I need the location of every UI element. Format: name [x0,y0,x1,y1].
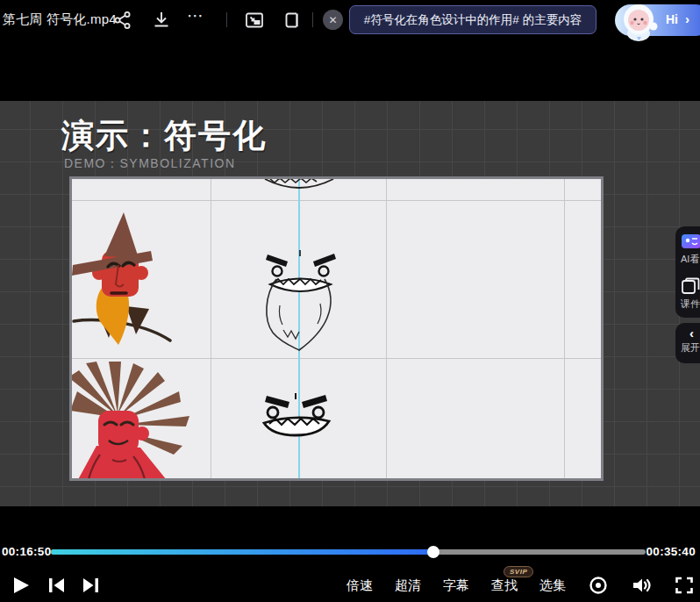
progress-row: 00:16:50 00:35:40 [0,541,700,563]
whiteboard-canvas [69,176,604,481]
expand-label: 展开 [681,341,700,355]
fullscreen-icon[interactable] [674,575,695,596]
chevron-right-icon: › [685,11,689,26]
canvas-grid-line [564,179,565,478]
assistant-mascot-icon [618,0,663,42]
wild-hair-character-drawing [69,362,198,481]
ai-assistant-button[interactable]: Hi › [615,4,700,36]
seek-handle[interactable] [427,546,439,558]
current-time: 00:16:50 [2,545,51,558]
video-file-title: 第七周 符号化.mp4 [3,11,117,28]
video-player-window: 第七周 符号化.mp4 ⋯ ✕ #符号化在角色设计中的作用# 的主要内容 [0,0,700,602]
topbar-divider [312,12,313,27]
topic-question-pill[interactable]: #符号化在角色设计中的作用# 的主要内容 [349,5,596,34]
top-bar: 第七周 符号化.mp4 ⋯ ✕ #符号化在角色设计中的作用# 的主要内容 [0,0,700,39]
canvas-grid-line [386,179,387,478]
slide-title: 演示：符号化 [61,114,267,158]
bearded-face-sketch [259,244,343,351]
previous-episode-button[interactable] [46,575,67,596]
ai-watch-label: AI看 [681,253,699,266]
expand-panel: ‹ 展开 [675,323,700,363]
canvas-grid-line [211,179,211,478]
quality-button[interactable]: 超清 [395,577,421,594]
find-wrapper: SVIP 查找 [491,577,518,594]
side-tools-panel: AI看 课件 [675,226,700,318]
ai-watch-icon [681,233,700,250]
progress-fill [51,549,433,555]
control-bar: 倍速 超清 字幕 SVIP 查找 选集 [0,569,700,602]
play-button[interactable] [10,575,31,596]
slide-subtitle: DEMO：SYMBOLIZATION [64,156,236,172]
danmaku-settings-icon[interactable] [588,575,609,596]
right-controls-group: 倍速 超清 字幕 SVIP 查找 选集 [346,569,695,602]
next-episode-button[interactable] [81,575,102,596]
angry-face-sketch [261,386,332,441]
courseware-icon [681,277,700,295]
total-time: 00:35:40 [646,545,696,558]
seek-bar[interactable] [51,549,646,555]
video-frame[interactable]: 演示：符号化 DEMO：SYMBOLIZATION [0,101,700,506]
ai-watch-button[interactable]: AI看 [675,226,700,271]
assistant-greeting: Hi [666,12,678,26]
episodes-button[interactable]: 选集 [539,577,566,594]
find-button[interactable]: 查找 [491,577,518,594]
miniplayer-icon[interactable] [244,10,265,31]
canvas-grid-line [72,200,601,201]
partial-mouth-sketch [261,177,337,193]
topbar-divider [226,12,227,27]
expand-button[interactable]: ‹ 展开 [675,323,700,360]
courseware-label: 课件 [681,297,700,311]
volume-icon[interactable] [631,575,652,596]
share-icon[interactable] [112,10,133,31]
dock-panel-icon[interactable] [282,10,304,31]
more-options-icon[interactable]: ⋯ [187,5,208,26]
playback-speed-button[interactable]: 倍速 [346,577,373,594]
subtitles-button[interactable]: 字幕 [443,577,469,594]
wizard-character-drawing [72,209,184,351]
chevron-left-icon: ‹ [681,328,694,339]
canvas-grid-line [72,358,601,359]
download-icon[interactable] [151,10,172,31]
close-icon[interactable]: ✕ [323,10,343,30]
courseware-button[interactable]: 课件 [675,271,700,316]
svip-badge: SVIP [504,566,533,577]
